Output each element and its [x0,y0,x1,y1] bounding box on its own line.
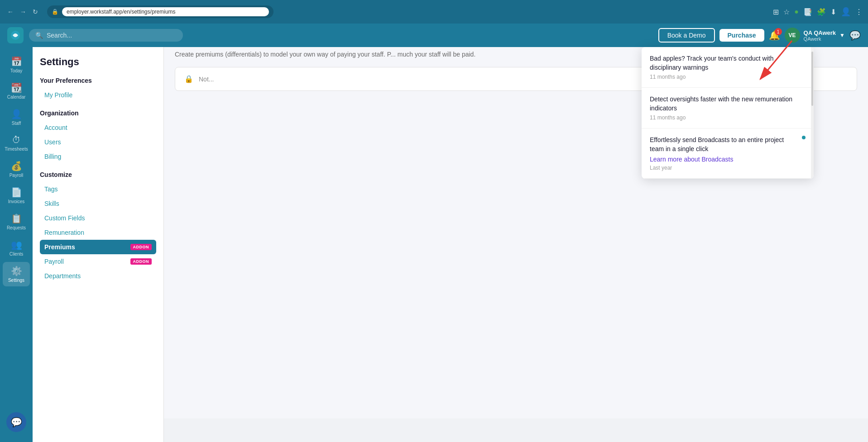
browser-actions: ⊞ ☆ ● 📑 🧩 ⬇ 👤 ⋮ [773,7,863,17]
notif-time-2: 11 months ago [650,114,806,121]
settings-sidebar: Settings Your Preferences My Profile Org… [33,47,164,418]
sidebar-item-timesheets[interactable]: ⏱ Timesheets [3,131,30,155]
premiums-addon-badge: ADDON [130,244,152,250]
sidebar-item-payroll[interactable]: 💰 Payroll [3,157,30,181]
sidebar-item-label: Clients [10,252,24,257]
sidebar-item-label: Staff [12,121,21,126]
premiums-row: Premiums ADDON [44,243,152,251]
search-placeholder: Search... [47,32,72,39]
star-icon[interactable]: ☆ [783,8,790,16]
notification-dropdown: Bad apples? Track your team's conduct wi… [642,47,814,179]
sidebar-item-staff[interactable]: 👤 Staff [3,105,30,129]
notif-title-1: Bad apples? Track your team's conduct wi… [650,54,806,72]
section-customize: Customize [40,171,156,178]
payroll-addon-badge: ADDON [130,258,152,265]
notification-button[interactable]: 🔔 1 [769,30,780,41]
left-sidebar: 📅 Today 📆 Calendar 👤 Staff ⏱ Timesheets … [0,47,33,418]
notif-item-3-row: Effortlessly send Broadcasts to an entir… [650,136,806,171]
book-demo-button[interactable]: Book a Demo [658,28,715,43]
browser-topbar: ← → ↻ 🔒 employer.workstaff.app/en/settin… [0,0,868,24]
back-button[interactable]: ← [5,7,15,16]
puzzle-icon[interactable]: 🧩 [817,8,826,16]
settings-item-custom-fields[interactable]: Custom Fields [40,211,156,225]
chat-button[interactable]: 💬 [6,412,26,418]
chat-bubble-icon: 💬 [11,417,22,418]
notif-item-3[interactable]: Effortlessly send Broadcasts to an entir… [642,128,814,178]
settings-item-departments[interactable]: Departments [40,269,156,283]
payroll-icon: 💰 [11,161,22,171]
url-bar-container: 🔒 employer.workstaff.app/en/settings/pre… [47,5,273,18]
scrollbar-track [811,47,814,179]
settings-item-account[interactable]: Account [40,120,156,135]
notif-link-broadcasts[interactable]: Learn more about Broadcasts [650,156,798,163]
notif-title-3: Effortlessly send Broadcasts to an entir… [650,136,798,153]
sidebar-item-label: Settings [8,278,24,283]
section-organization: Organization [40,109,156,117]
notif-item-1[interactable]: Bad apples? Track your team's conduct wi… [642,47,814,88]
download-icon[interactable]: ⬇ [830,8,836,16]
notif-time-1: 11 months ago [650,74,806,80]
search-box[interactable]: 🔍 Search... [29,29,183,42]
translate-icon[interactable]: ⊞ [773,8,779,16]
chevron-down-icon: ▼ [839,32,845,38]
notif-title-2: Detect oversights faster with the new re… [650,95,806,113]
notif-item-2[interactable]: Detect oversights faster with the new re… [642,88,814,128]
sidebar-item-calendar[interactable]: 📆 Calendar [3,79,30,103]
security-icon: 🔒 [52,9,58,15]
menu-icon[interactable]: ⋮ [855,8,863,16]
avatar: VE [785,28,800,43]
extension-icon[interactable]: ● [794,8,799,16]
sidebar-item-label: Today [10,68,23,73]
sidebar-item-invoices[interactable]: 📄 Invoices [3,183,30,208]
sidebar-item-label: Payroll [10,173,24,178]
sidebar-item-label: Invoices [8,199,25,204]
staff-icon: 👤 [11,109,22,119]
notif-content-3: Effortlessly send Broadcasts to an entir… [650,136,798,171]
requests-icon: 📋 [11,213,22,224]
url-bar[interactable]: employer.workstaff.app/en/settings/premi… [62,7,269,16]
lock-icon: 🔒 [184,75,193,83]
clients-icon: 👥 [11,239,22,250]
app-logo [7,27,24,43]
notification-badge: 1 [775,28,782,35]
scrollbar-thumb[interactable] [811,52,813,106]
sidebar-item-clients[interactable]: 👥 Clients [3,236,30,260]
timesheets-icon: ⏱ [12,135,21,145]
purchase-button[interactable]: Purchase [719,29,764,42]
user-name: QA QAwerk [804,29,836,36]
settings-item-billing[interactable]: Billing [40,149,156,164]
section-your-preferences: Your Preferences [40,77,156,84]
sidebar-item-settings[interactable]: ⚙️ Settings [3,262,30,286]
settings-item-tags[interactable]: Tags [40,182,156,196]
search-icon: 🔍 [35,32,43,39]
content-locked-text: Not... [199,76,214,83]
profile-icon[interactable]: 👤 [841,7,851,17]
premiums-label: Premiums [44,243,75,251]
calendar-icon: 📆 [11,82,22,93]
settings-title: Settings [40,56,156,68]
user-info: QA QAwerk QAwerk [804,29,836,42]
settings-icon: ⚙️ [11,266,22,276]
sidebar-item-label: Calendar [7,95,26,100]
settings-item-skills[interactable]: Skills [40,196,156,211]
settings-item-remuneration[interactable]: Remuneration [40,225,156,240]
app-header: 🔍 Search... Book a Demo Purchase 🔔 1 VE … [0,24,868,47]
settings-item-payroll[interactable]: Payroll ADDON [40,254,156,269]
settings-item-my-profile[interactable]: My Profile [40,88,156,102]
sidebar-item-requests[interactable]: 📋 Requests [3,209,30,234]
unread-indicator [802,136,806,139]
sidebar-item-today[interactable]: 📅 Today [3,52,30,77]
sidebar-item-label: Timesheets [5,147,28,152]
payroll-label: Payroll [44,258,64,265]
user-sub: QAwerk [804,36,836,42]
chat-icon[interactable]: 💬 [849,30,861,41]
today-icon: 📅 [11,56,22,67]
settings-item-users[interactable]: Users [40,135,156,149]
reload-button[interactable]: ↻ [31,7,40,16]
header-actions: Book a Demo Purchase 🔔 1 VE QA QAwerk QA… [658,28,861,43]
settings-item-premiums[interactable]: Premiums ADDON [40,240,156,254]
browser-nav: ← → ↻ [5,7,40,16]
user-menu[interactable]: VE QA QAwerk QAwerk ▼ [785,28,845,43]
bookmark-icon[interactable]: 📑 [803,8,812,16]
forward-button[interactable]: → [18,7,28,16]
